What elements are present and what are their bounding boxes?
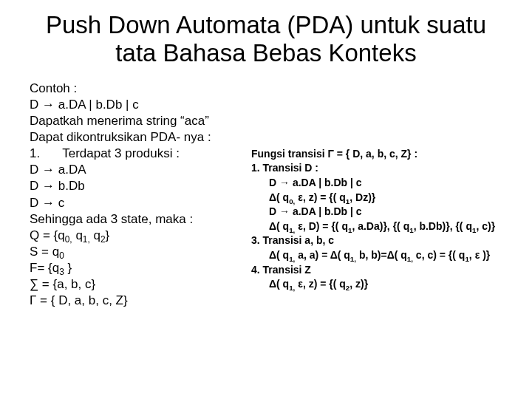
text-line: Dapatkah menerima string “aca” [30,113,251,129]
t: Δ( q [269,249,289,261]
right-column: Fungsi transisi Γ = { D, a, b, c, Z} : 1… [251,81,502,309]
text-line: Δ( q1, ε, D) = {( q1, a.Da)}, {( q1, b.D… [251,219,502,234]
t: ε, D) = {( q [295,220,348,232]
text-line: 4. Transisi Z [251,263,502,278]
left-column: Contoh : D → a.DA | b.Db | c Dapatkah me… [30,81,251,309]
t: q [90,228,100,242]
text-line: S = q0 [30,244,251,260]
t: ε, z) = {( q [295,191,345,203]
text-line: ∑ = {a, b, c} [30,276,251,293]
sub: 1, [350,255,356,263]
t: , Dz)} [349,191,375,203]
text-line: Contoh : [30,81,251,97]
sub: 2 [100,234,106,245]
t: , z)} [349,278,368,290]
text-line: Fungsi transisi Γ = { D, a, b, c, Z} : [251,147,502,162]
t: S = q [30,245,59,259]
text-line: D → a.DA | b.Db | c [30,97,251,113]
t: Δ( q [269,220,289,232]
list-num: 1. [30,146,40,160]
t: ε, z) = {( q [295,278,345,290]
text-line: 1.Terdapat 3 produksi : [30,146,251,162]
text-line: D → a.DA [30,162,251,178]
t: b, b)=Δ( q [356,249,407,261]
sub: 0, [65,234,72,245]
slide: Push Down Automata (PDA) untuk suatu tat… [0,0,532,399]
content-columns: Contoh : D → a.DA | b.Db | c Dapatkah me… [30,81,502,309]
t: q [72,228,83,242]
text-line: 3. Transisi a, b, c [251,233,502,248]
text-line: Δ( q1, a, a) = Δ( q1, b, b)=Δ( q1, c, c)… [251,248,502,263]
sub: 1, [407,255,413,263]
slide-title: Push Down Automata (PDA) untuk suatu tat… [30,11,502,67]
t: Q = {q [30,228,65,242]
text-line: D → b.Db [30,178,251,194]
t: Δ( q [269,191,289,203]
sub: 1, [83,234,90,245]
text-line: 1. Transisi D : [251,161,502,176]
t: a, a) = Δ( q [295,249,350,261]
text-line: F= {q3 } [30,260,251,276]
text-line: Dapat dikontruksikan PDA- nya : [30,129,251,146]
text-line: Δ( q0, ε, z) = {( q1, Dz)} [251,191,502,205]
text-line: D → a.DA | b.Db | c [251,205,502,219]
text-line: Γ = { D, a, b, c, Z} [30,293,251,309]
t: , ε )} [469,249,490,261]
t: , c)} [476,220,495,232]
text-line: D → c [30,195,251,211]
t: c, c) = {( q [413,249,465,261]
t: F= {q [30,261,59,275]
list-text: Terdapat 3 produksi : [40,146,180,160]
text-line: D → a.DA | b.Db | c [251,176,502,191]
t: Δ( q [269,278,289,290]
text-line: Sehingga ada 3 state, maka : [30,211,251,228]
text-line: Δ( q1, ε, z) = {( q2, z)} [251,277,502,292]
t: , a.Da)}, {( q [352,220,409,232]
t: } [106,228,110,242]
t: } [64,261,72,275]
t: , b.Db)}, {( q [414,220,472,232]
text-line: Q = {q0, q1, q2} [30,228,251,244]
